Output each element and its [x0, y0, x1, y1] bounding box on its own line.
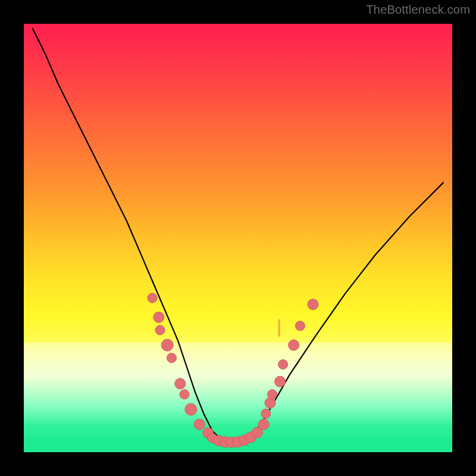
- data-marker: [278, 359, 288, 369]
- data-marker: [308, 299, 318, 310]
- watermark-text: TheBottleneck.com: [366, 3, 470, 17]
- data-marker: [148, 293, 157, 303]
- data-marker: [154, 312, 164, 322]
- data-marker: [275, 376, 286, 387]
- data-marker: [289, 340, 299, 350]
- data-marker: [175, 378, 186, 389]
- data-marker: [155, 325, 165, 335]
- data-marker: [295, 321, 305, 331]
- data-marker: [265, 397, 275, 408]
- plot-area: [24, 24, 452, 452]
- data-marker: [161, 339, 173, 351]
- chart-svg: [24, 24, 452, 452]
- data-marker: [268, 390, 277, 399]
- data-marker: [261, 409, 271, 418]
- data-marker: [180, 390, 189, 399]
- data-marker: [185, 403, 197, 415]
- bottleneck-curve-path: [32, 28, 443, 443]
- data-marker: [167, 353, 176, 363]
- chart-frame: TheBottleneck.com: [0, 0, 476, 476]
- data-marker: [258, 419, 269, 430]
- data-marker: [194, 419, 205, 430]
